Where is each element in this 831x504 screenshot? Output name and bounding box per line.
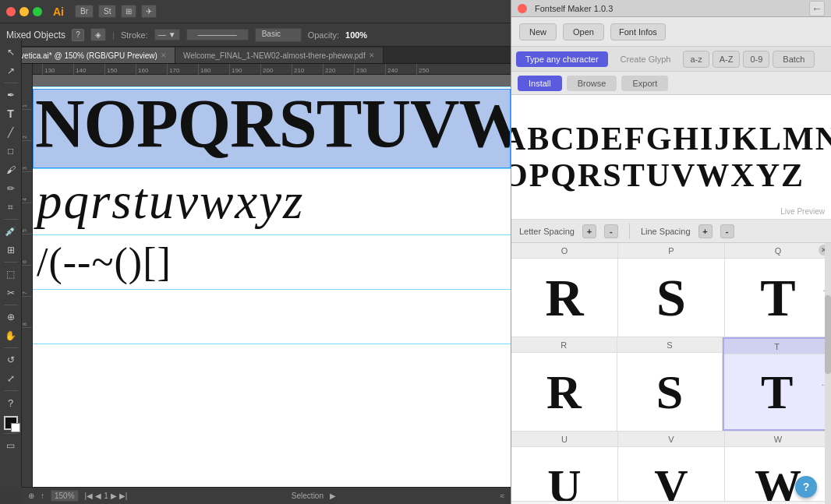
fs-titlebar: Fontself Maker 1.0.3 ←	[511, 0, 831, 17]
ai-options-bar: Mixed Objects ? ◈ | Stroke: — ▼ ————— Ba…	[0, 23, 511, 47]
ruler-mark: 230	[354, 64, 385, 75]
question-tool[interactable]: ?	[2, 394, 19, 411]
guide-line-baseline	[33, 168, 511, 169]
tab-curvetica[interactable]: Curvetica.ai* @ 150% (RGB/GPU Preview) ✕	[0, 48, 175, 63]
blend-tool[interactable]: ⌗	[2, 199, 19, 216]
maximize-window-btn[interactable]	[33, 7, 42, 16]
fs-export-tab[interactable]: Export	[621, 76, 668, 91]
fs-tab-create-glyph[interactable]: Create Glyph	[611, 51, 681, 67]
scale-tool[interactable]: ⤢	[2, 370, 19, 387]
line-spacing-plus-btn[interactable]: +	[698, 224, 713, 238]
fs-preview-area: ABCDEFGHIJKLMN OPQRSTUVWXYZ Live Preview	[511, 95, 831, 220]
zoom-tool[interactable]: ⊕	[2, 308, 19, 326]
workspace-btn[interactable]: ⊞	[121, 5, 136, 18]
glyph-cell-V[interactable]: V V	[618, 432, 725, 502]
scroll-track[interactable]	[825, 243, 831, 504]
glyph-cell-R[interactable]: R R	[511, 337, 617, 431]
scroll-thumb[interactable]	[825, 295, 831, 374]
bridge-btn[interactable]: Br	[75, 5, 94, 18]
canvas-content[interactable]: NOPQRSTUVWXYZ pqrstuvwxyz /(--~()[]	[33, 75, 511, 487]
pen-tool[interactable]: ✒	[2, 86, 19, 104]
glyph-char-P: S	[618, 259, 724, 337]
glyph-char-T: T	[724, 354, 829, 429]
stroke-width-ctrl[interactable]: —————	[186, 29, 249, 41]
fs-close-btn[interactable]	[518, 4, 527, 13]
glyph-cell-U[interactable]: U U	[511, 432, 618, 502]
ruler-mark: 160	[136, 64, 167, 75]
line-spacing-minus-btn[interactable]: -	[720, 224, 734, 238]
artboard-tool[interactable]: ⬚	[2, 266, 19, 283]
zoom-control[interactable]: 150%	[51, 490, 79, 502]
fs-install-tab[interactable]: Install	[518, 76, 562, 91]
fs-browse-tab[interactable]: Browse	[567, 76, 617, 91]
fs-font-infos-btn[interactable]: Font Infos	[610, 23, 666, 41]
tab-close-curvetica[interactable]: ✕	[161, 51, 167, 59]
glyph-cell-P[interactable]: P S	[618, 243, 725, 337]
nav-first[interactable]: |◀	[85, 492, 94, 500]
rect-tool[interactable]: □	[2, 143, 19, 160]
ruler-mark: 240	[385, 64, 416, 75]
type-tool[interactable]: T	[2, 105, 19, 122]
glyph-cell-O[interactable]: O R	[511, 243, 618, 337]
tab-welcome[interactable]: Welcome_FINAL_1-NEW02-almost-there-pheww…	[175, 48, 384, 63]
ruler-mark: 130	[42, 64, 73, 75]
ruler-marks: 130 140 150 160 170 180 190 200 210 220 …	[33, 64, 208, 75]
letter-spacing-minus-btn[interactable]: -	[604, 224, 618, 238]
fs-open-btn[interactable]: Open	[563, 23, 604, 41]
paintbrush-tool[interactable]: 🖌	[2, 161, 19, 178]
rotate-tool[interactable]: ↺	[2, 351, 19, 368]
pencil-tool[interactable]: ✏	[2, 180, 19, 197]
screen-mode-btn[interactable]: ▭	[2, 437, 19, 454]
fill-color-box[interactable]	[4, 416, 18, 430]
vruler-mark: 1	[22, 79, 32, 110]
nav-next[interactable]: ▶	[111, 492, 117, 500]
help-badge[interactable]: ?	[72, 29, 84, 41]
selection-mode-label: Selection	[292, 492, 324, 500]
fs-new-btn[interactable]: New	[519, 23, 557, 41]
guide-line-lower	[33, 344, 511, 344]
style-select[interactable]: Basic	[255, 28, 302, 42]
select-tool[interactable]: ↖	[2, 44, 19, 61]
vruler-mark: 3	[22, 141, 32, 172]
fs-tab-batch[interactable]: Batch	[773, 51, 815, 68]
fs-settings-btn[interactable]: ←	[809, 1, 825, 16]
canvas-area: 130 140 150 160 170 180 190 200 210 220 …	[22, 64, 511, 504]
ruler-mark: 170	[167, 64, 198, 75]
hand-tool[interactable]: ✋	[2, 327, 19, 344]
stroke-ctrl[interactable]: — ▼	[154, 29, 180, 41]
glyph-header-W: W	[725, 432, 831, 447]
share-btn[interactable]: ✈	[141, 5, 157, 18]
ruler-mark: 140	[73, 64, 104, 75]
eyedropper-tool[interactable]: 💉	[2, 223, 19, 240]
page-nav: |◀ ◀ 1 ▶ ▶|	[85, 492, 128, 500]
ruler-mark: 180	[198, 64, 229, 75]
status-icon2: ↑	[41, 492, 44, 500]
ruler-corner	[22, 64, 33, 75]
nav-last[interactable]: ▶|	[119, 492, 128, 500]
glyph-header-R: R	[511, 337, 617, 353]
glyph-cell-S[interactable]: S S	[617, 337, 723, 431]
fs-tab-09[interactable]: 0-9	[743, 51, 769, 68]
status-icon: ⊕	[28, 492, 34, 500]
line-tool[interactable]: ╱	[2, 124, 19, 141]
close-window-btn[interactable]	[6, 7, 16, 16]
minimize-window-btn[interactable]	[19, 7, 29, 16]
fontself-panel: Fontself Maker 1.0.3 ← New Open Font Inf…	[511, 0, 831, 504]
direct-select-tool[interactable]: ↗	[2, 62, 19, 79]
letter-spacing-plus-btn[interactable]: +	[582, 224, 596, 238]
glyph-cell-T[interactable]: T T ↔	[723, 337, 831, 431]
stock-btn[interactable]: St	[98, 5, 116, 18]
stroke-color-box[interactable]	[11, 423, 20, 432]
chart-tool[interactable]: ⊞	[2, 241, 19, 259]
glyph-cell-Q[interactable]: ✕ Q T ↔	[725, 243, 831, 337]
slice-tool[interactable]: ✂	[2, 284, 19, 301]
fs-tab-type-any[interactable]: Type any character	[516, 51, 608, 67]
nav-prev[interactable]: ◀	[95, 492, 101, 500]
fs-spacing-bar: Letter Spacing + - Line Spacing + -	[511, 220, 831, 243]
help-btn[interactable]: ?	[795, 476, 817, 498]
glyph-char-Q: T	[725, 259, 831, 337]
fs-tab-AZ[interactable]: A-Z	[713, 51, 741, 68]
fs-tab-az[interactable]: a-z	[683, 51, 709, 68]
tab-close-welcome[interactable]: ✕	[369, 51, 375, 59]
transform-btn[interactable]: ◈	[90, 28, 106, 41]
